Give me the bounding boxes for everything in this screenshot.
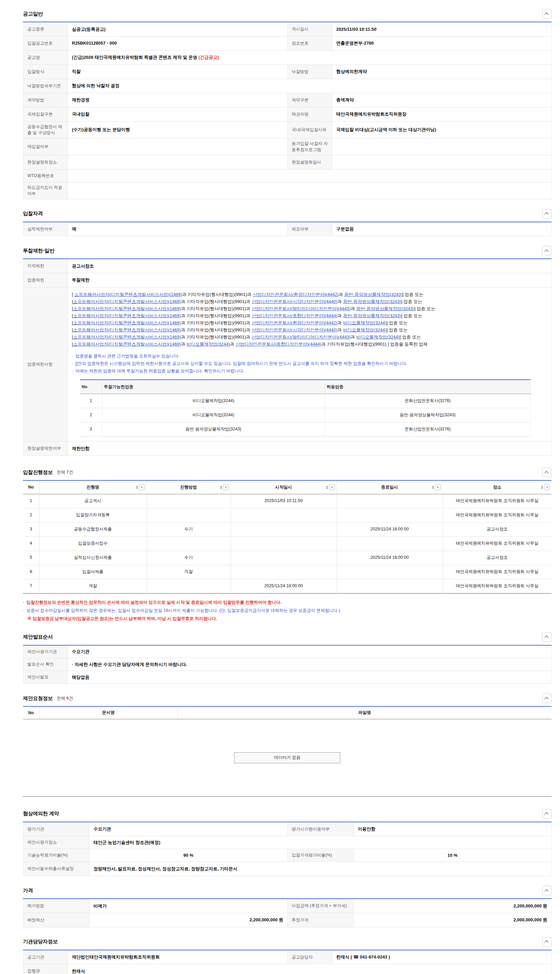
step-method — [147, 508, 230, 522]
business-type-link[interactable]: 음반·음악영상물제작업(3243) — [343, 313, 401, 318]
business-type-link[interactable]: 산업디자인전문회사(시각디자인분야)(4440) — [252, 327, 337, 332]
collapse-button-progress[interactable] — [542, 468, 552, 477]
row-label: 평가기관 — [23, 822, 90, 836]
agency-contact-table: 공고기관재단법인태안국제원예치유박람회조직위원회 공고담당자한재식 ( ☎ 04… — [23, 950, 552, 974]
row-value: (수기)공동이행 또는 분담이행 — [68, 121, 288, 138]
business-type-link[interactable]: 산업디자인전문회사(멀티미디어디자인분야)(4443) — [252, 334, 350, 339]
collapse-button-price[interactable] — [542, 886, 552, 895]
collapse-button-general[interactable] — [542, 9, 552, 18]
business-type-link[interactable]: 소프트웨어사업자(디지털콘텐츠개발서비스사업)(1469) — [73, 334, 181, 339]
business-type-link[interactable]: 소프트웨어사업자(디지털콘텐츠개발서비스사업)(1469) — [73, 313, 181, 318]
no: 7 — [23, 579, 39, 593]
step-method: 수기 — [147, 551, 230, 565]
chevron-up-icon — [544, 635, 548, 640]
end-datetime — [337, 536, 443, 551]
collapse-button-negotiation[interactable] — [542, 809, 552, 819]
business-type-link[interactable]: 음반·음악영상물제작업(3243) — [343, 299, 401, 304]
table-header-row: No 진행명 진행방법 시작일시 종료일시 장소 — [23, 480, 552, 494]
section-title-request-info: 제안요청정보 — [23, 695, 53, 702]
biz-line-text: 과 — [181, 342, 187, 347]
business-type-link[interactable]: 산업디자인전문회사(시각디자인분야)(4440) — [252, 299, 337, 304]
biddable-type: 비디오물제작업(3244) — [102, 394, 325, 408]
note-text: 보증서 접수마감일시를 입력하지 않은 경우에는, 입찰서 접수마감일 전일 1… — [26, 606, 340, 615]
business-type-link[interactable]: 비디오물제작업(3244) — [343, 320, 387, 325]
restriction-notes: ·업종명을 클릭시 관련 근거법령을 조회하실수 있습니다. ·[]안의 업종제… — [72, 353, 547, 375]
row-label: 국내/국제입찰사유 — [288, 121, 332, 138]
business-type-link[interactable]: 음반·음악영상물제작업(3243) — [356, 306, 414, 311]
business-type-link[interactable]: 산업디자인전문회사(멀티미디어디자인분야)(4443) — [252, 306, 350, 311]
column-header-label: 장소 — [493, 485, 501, 490]
business-type-link[interactable]: 소프트웨어사업자(디지털콘텐츠개발서비스사업)(1469) — [74, 292, 182, 297]
biz-line-text: ] 업종 또는 — [414, 306, 435, 311]
row-label: 제안서평가장소 — [23, 836, 90, 849]
step-method: 수기 — [147, 522, 230, 536]
sort-control[interactable] — [541, 484, 550, 490]
no: 6 — [23, 565, 39, 579]
table-row: 국제입찰구분국내입찰 채권자명태안국제원예치유박람회조직위원장 — [23, 107, 552, 121]
business-type-link[interactable]: 소프트웨어사업자(디지털콘텐츠개발서비스사업)(1469) — [73, 327, 181, 332]
row-label: 추정가격 — [288, 913, 354, 927]
place: 태안국제원예치유박람회 조직위원회 사무실 — [443, 536, 552, 551]
business-restriction-line: [ 소프트웨어사업자(디지털콘텐츠개발서비스사업)(1469)과 기타자유업(행… — [72, 291, 547, 298]
row-label: 현장설명회장소 — [23, 155, 68, 169]
row-value: 수요기관 — [90, 822, 288, 836]
business-type-link[interactable]: 소프트웨어사업자(디지털콘텐츠개발서비스사업)(1469) — [73, 342, 181, 347]
business-type-link[interactable]: 비디오물제작업(3244) — [343, 327, 387, 332]
general-info-table: 공고종류실공고(등록공고) 게시일시2025/11/03 10:11:50 입찰… — [23, 22, 552, 199]
count-number: 0 — [67, 696, 69, 701]
note-text: 아래는 제한된 업종에 대해 투찰가능한 허용업종 상황을 보여줍니다. 확인하… — [75, 367, 244, 375]
no: 4 — [23, 536, 39, 551]
row-label: 입찰공고번호 — [23, 36, 68, 50]
business-type-link[interactable]: 산업디자인전문회사(환경디자인분야)(4442) — [253, 292, 338, 297]
business-type-link[interactable]: 비디오물제작업(3244) — [187, 342, 230, 347]
row-value: 10 % — [354, 849, 552, 862]
step-name: 실적심사신청서제출 — [39, 551, 147, 565]
progress-row: 2입찰참가자격등록태안국제원예치유박람회 조직위원회 사무실 — [23, 508, 552, 522]
start-datetime — [230, 565, 337, 579]
business-type-link[interactable]: 소프트웨어사업자(디지털콘텐츠개발서비스사업)(1469) — [73, 320, 181, 325]
row-value: 국제입찰 비대상(고시금액 이하 또는 대상기관아님) — [332, 121, 552, 138]
place: 공고서참조 — [443, 522, 552, 536]
allowed-business-row: 3음반·음악영상물제작업(3243)문화산업전문회사(3276) — [80, 422, 531, 436]
collapse-button-qualification[interactable] — [542, 209, 552, 219]
business-type-link[interactable]: 비디오물제작업(3244) — [356, 334, 400, 339]
business-type-link[interactable]: 산업디자인전문회사(종합디자인분야)(4444) — [236, 342, 322, 347]
row-value: 협상에의한계약 — [332, 65, 552, 79]
table-row: WTO품목번호 — [23, 169, 552, 182]
table-row: 업종제한사항 [ 소프트웨어사업자(디지털콘텐츠개발서비스사업)(1469)과 … — [23, 287, 552, 441]
sort-control[interactable] — [326, 484, 335, 490]
chevron-up-icon — [544, 889, 548, 893]
table-row: 예가방법비예가 사업금액 (추정가격 + 부가세)2,200,000,000 원 — [23, 899, 552, 913]
business-restriction-lines: [ 소프트웨어사업자(디지털콘텐츠개발서비스사업)(1469)과 기타자유업(행… — [72, 289, 547, 348]
collapse-button-request-info[interactable] — [542, 693, 552, 703]
business-type-link[interactable]: 소프트웨어사업자(디지털콘텐츠개발서비스사업)(1469) — [73, 306, 181, 311]
restriction-detail-cell: [ 소프트웨어사업자(디지털콘텐츠개발서비스사업)(1469)과 기타자유업(행… — [68, 287, 552, 441]
business-type-link[interactable]: 산업디자인전문회사(환경디자인분야)(4442) — [252, 320, 337, 325]
business-type-link[interactable]: 산업디자인전문회사(종합디자인분야)(4444) — [252, 313, 337, 318]
row-value: 총액계약 — [332, 93, 552, 107]
row-label: 업종제한사항 — [23, 287, 68, 441]
sort-arrows-icon — [136, 486, 138, 489]
row-label: 기술능력평가비율(%) — [23, 849, 90, 862]
progress-notes: ·입찰진행정보의 순번은 통상적인 업무처리 순서에 따라 설정되어 있으므로 … — [23, 598, 552, 623]
business-type-link[interactable]: 소프트웨어사업자(디지털콘텐츠개발서비스사업)(1469) — [73, 299, 181, 304]
restriction-note: ·아래는 제한된 업종에 대해 투찰가능한 허용업종 상황을 보여줍니다. 확인… — [72, 367, 547, 375]
total-count: 전체 7건 — [57, 469, 73, 475]
business-type-link[interactable]: 음반·음악영상물제작업(3243) — [344, 292, 402, 297]
sort-control[interactable] — [432, 484, 441, 490]
column-header-no: No — [23, 480, 39, 494]
chevron-up-icon — [544, 940, 548, 945]
collapse-button-agency[interactable] — [542, 937, 552, 947]
table-row: 공고명 (긴급)2026 태안국제원예치유박람회 특별관 콘텐츠 제작 및 운영… — [23, 50, 552, 65]
collapse-button-restriction[interactable] — [542, 246, 552, 256]
count-number: 7 — [67, 470, 69, 474]
row-value: 태안국제원예치유박람회조직위원장 — [332, 107, 552, 121]
sort-control[interactable] — [220, 484, 229, 490]
no: 1 — [80, 394, 102, 408]
no: 3 — [80, 422, 102, 436]
collapse-button-presentation[interactable] — [542, 632, 552, 642]
sort-control[interactable] — [136, 484, 145, 490]
count-prefix: 전체 — [57, 696, 66, 701]
row-value: 국내입찰 — [68, 107, 288, 121]
row-label: 제안서평가기관 — [23, 645, 68, 658]
